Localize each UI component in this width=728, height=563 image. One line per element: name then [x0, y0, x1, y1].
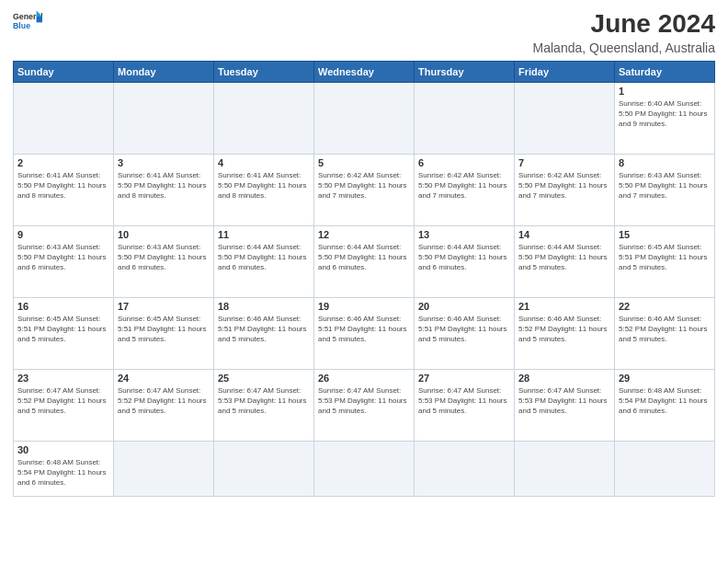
table-row: 12Sunrise: 6:44 AM Sunset: 5:50 PM Dayli…	[314, 226, 415, 298]
day-info: Sunrise: 6:46 AM Sunset: 5:51 PM Dayligh…	[418, 314, 510, 345]
day-info: Sunrise: 6:44 AM Sunset: 5:50 PM Dayligh…	[418, 242, 510, 273]
col-thursday: Thursday	[415, 62, 515, 83]
col-tuesday: Tuesday	[214, 62, 314, 83]
svg-rect-3	[37, 17, 42, 22]
title-block: June 2024 Malanda, Queensland, Australia	[533, 9, 715, 55]
table-row: 5Sunrise: 6:42 AM Sunset: 5:50 PM Daylig…	[314, 155, 415, 226]
day-number: 19	[318, 301, 410, 312]
day-number: 14	[518, 229, 610, 240]
day-info: Sunrise: 6:47 AM Sunset: 5:53 PM Dayligh…	[218, 385, 310, 417]
day-info: Sunrise: 6:44 AM Sunset: 5:50 PM Dayligh…	[218, 242, 310, 273]
day-number: 8	[619, 157, 711, 168]
day-number: 2	[17, 157, 109, 168]
table-row: 29Sunrise: 6:48 AM Sunset: 5:54 PM Dayli…	[615, 370, 715, 442]
day-info: Sunrise: 6:46 AM Sunset: 5:51 PM Dayligh…	[318, 314, 410, 345]
table-row: 21Sunrise: 6:46 AM Sunset: 5:52 PM Dayli…	[515, 298, 615, 370]
table-row: 3Sunrise: 6:41 AM Sunset: 5:50 PM Daylig…	[114, 155, 214, 226]
header: General Blue June 2024 Malanda, Queensla…	[13, 9, 715, 55]
table-row: 9Sunrise: 6:43 AM Sunset: 5:50 PM Daylig…	[14, 226, 114, 298]
day-number: 16	[17, 301, 109, 312]
day-number: 11	[218, 229, 310, 240]
day-info: Sunrise: 6:45 AM Sunset: 5:51 PM Dayligh…	[619, 242, 711, 273]
page: General Blue June 2024 Malanda, Queensla…	[0, 0, 728, 563]
table-row	[515, 442, 615, 497]
day-info: Sunrise: 6:42 AM Sunset: 5:50 PM Dayligh…	[518, 170, 610, 201]
table-row	[214, 83, 314, 155]
table-row: 17Sunrise: 6:45 AM Sunset: 5:51 PM Dayli…	[114, 298, 214, 370]
table-row: 4Sunrise: 6:41 AM Sunset: 5:50 PM Daylig…	[214, 155, 314, 226]
table-row: 15Sunrise: 6:45 AM Sunset: 5:51 PM Dayli…	[615, 226, 715, 298]
day-number: 6	[418, 157, 510, 168]
day-number: 10	[118, 229, 210, 240]
table-row	[415, 442, 515, 497]
table-row	[14, 83, 114, 155]
col-monday: Monday	[114, 62, 214, 83]
day-number: 15	[619, 229, 711, 240]
day-info: Sunrise: 6:46 AM Sunset: 5:52 PM Dayligh…	[619, 314, 711, 345]
table-row	[314, 83, 415, 155]
day-info: Sunrise: 6:47 AM Sunset: 5:53 PM Dayligh…	[318, 385, 410, 417]
table-row	[114, 442, 214, 497]
day-number: 21	[518, 301, 610, 312]
day-number: 23	[17, 373, 109, 384]
table-row: 16Sunrise: 6:45 AM Sunset: 5:51 PM Dayli…	[14, 298, 114, 370]
table-row: 27Sunrise: 6:47 AM Sunset: 5:53 PM Dayli…	[415, 370, 515, 442]
day-number: 29	[619, 373, 711, 384]
table-row: 1Sunrise: 6:40 AM Sunset: 5:50 PM Daylig…	[615, 83, 715, 155]
table-row	[515, 83, 615, 155]
table-row: 2Sunrise: 6:41 AM Sunset: 5:50 PM Daylig…	[14, 155, 114, 226]
table-row	[615, 442, 715, 497]
day-number: 30	[17, 444, 109, 455]
generalblue-logo-icon: General Blue	[13, 9, 42, 31]
table-row: 30Sunrise: 6:48 AM Sunset: 5:54 PM Dayli…	[14, 442, 114, 497]
col-sunday: Sunday	[14, 62, 114, 83]
day-number: 17	[118, 301, 210, 312]
day-info: Sunrise: 6:48 AM Sunset: 5:54 PM Dayligh…	[17, 457, 109, 488]
day-info: Sunrise: 6:41 AM Sunset: 5:50 PM Dayligh…	[17, 170, 109, 201]
day-info: Sunrise: 6:46 AM Sunset: 5:51 PM Dayligh…	[218, 314, 310, 345]
day-number: 9	[17, 229, 109, 240]
table-row: 19Sunrise: 6:46 AM Sunset: 5:51 PM Dayli…	[314, 298, 415, 370]
table-row: 22Sunrise: 6:46 AM Sunset: 5:52 PM Dayli…	[615, 298, 715, 370]
day-number: 7	[518, 157, 610, 168]
day-number: 27	[418, 373, 510, 384]
table-row: 18Sunrise: 6:46 AM Sunset: 5:51 PM Dayli…	[214, 298, 314, 370]
day-info: Sunrise: 6:42 AM Sunset: 5:50 PM Dayligh…	[418, 170, 510, 201]
table-row: 13Sunrise: 6:44 AM Sunset: 5:50 PM Dayli…	[415, 226, 515, 298]
logo: General Blue	[13, 9, 42, 31]
day-info: Sunrise: 6:42 AM Sunset: 5:50 PM Dayligh…	[318, 170, 410, 201]
table-row: 23Sunrise: 6:47 AM Sunset: 5:52 PM Dayli…	[14, 370, 114, 442]
day-info: Sunrise: 6:40 AM Sunset: 5:50 PM Dayligh…	[619, 98, 711, 130]
table-row: 7Sunrise: 6:42 AM Sunset: 5:50 PM Daylig…	[515, 155, 615, 226]
table-row: 24Sunrise: 6:47 AM Sunset: 5:52 PM Dayli…	[114, 370, 214, 442]
table-row	[214, 442, 314, 497]
month-title: June 2024	[533, 9, 715, 39]
table-row	[314, 442, 415, 497]
day-number: 20	[418, 301, 510, 312]
calendar-table: Sunday Monday Tuesday Wednesday Thursday…	[13, 61, 715, 497]
day-number: 3	[118, 157, 210, 168]
table-row: 11Sunrise: 6:44 AM Sunset: 5:50 PM Dayli…	[214, 226, 314, 298]
location-title: Malanda, Queensland, Australia	[533, 40, 715, 55]
day-number: 5	[318, 157, 410, 168]
day-number: 18	[218, 301, 310, 312]
day-number: 24	[118, 373, 210, 384]
table-row: 8Sunrise: 6:43 AM Sunset: 5:50 PM Daylig…	[615, 155, 715, 226]
day-info: Sunrise: 6:43 AM Sunset: 5:50 PM Dayligh…	[619, 170, 711, 201]
day-number: 12	[318, 229, 410, 240]
day-info: Sunrise: 6:47 AM Sunset: 5:53 PM Dayligh…	[418, 385, 510, 417]
day-number: 28	[518, 373, 610, 384]
day-number: 13	[418, 229, 510, 240]
day-info: Sunrise: 6:43 AM Sunset: 5:50 PM Dayligh…	[17, 242, 109, 273]
day-info: Sunrise: 6:48 AM Sunset: 5:54 PM Dayligh…	[619, 385, 711, 417]
day-number: 22	[619, 301, 711, 312]
day-number: 26	[318, 373, 410, 384]
table-row	[415, 83, 515, 155]
day-info: Sunrise: 6:47 AM Sunset: 5:52 PM Dayligh…	[118, 385, 210, 417]
svg-text:Blue: Blue	[13, 21, 30, 30]
table-row: 26Sunrise: 6:47 AM Sunset: 5:53 PM Dayli…	[314, 370, 415, 442]
table-row: 14Sunrise: 6:44 AM Sunset: 5:50 PM Dayli…	[515, 226, 615, 298]
day-info: Sunrise: 6:46 AM Sunset: 5:52 PM Dayligh…	[518, 314, 610, 345]
col-friday: Friday	[515, 62, 615, 83]
calendar-header-row: Sunday Monday Tuesday Wednesday Thursday…	[14, 62, 715, 83]
